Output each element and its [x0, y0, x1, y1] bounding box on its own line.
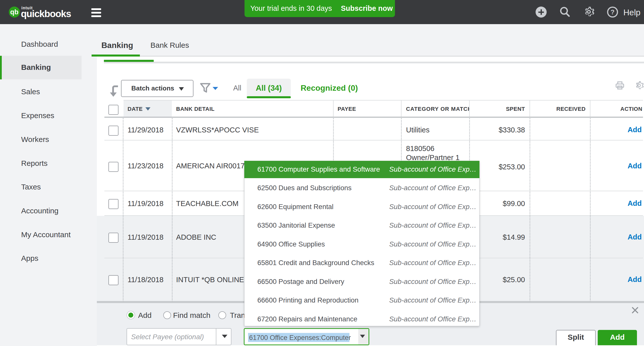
svg-text:?: ? — [611, 8, 615, 16]
